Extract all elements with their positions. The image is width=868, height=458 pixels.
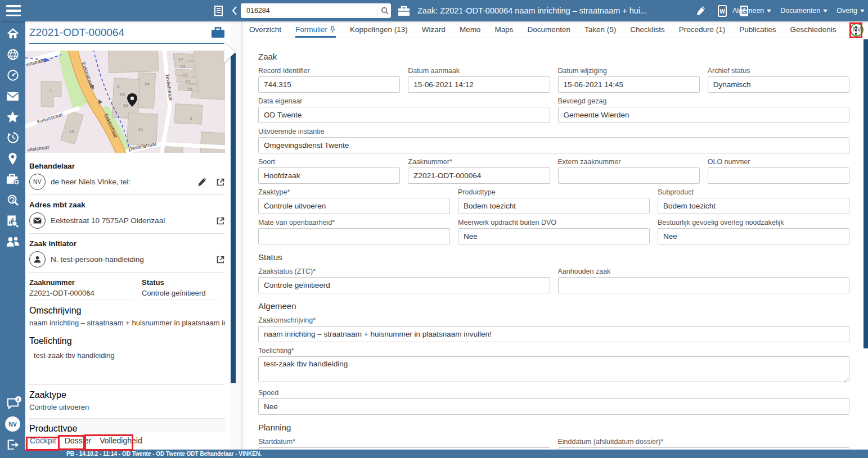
field-startdatum: Startdatum* [258, 438, 550, 450]
archief-status-input[interactable] [708, 76, 849, 93]
favorites-star-icon[interactable] [6, 110, 20, 124]
zaaktype-input[interactable] [258, 198, 450, 214]
panel-case-number: Z2021-ODT-000064 [29, 26, 124, 39]
menu-overig[interactable]: Overig [836, 7, 865, 15]
tab-koppelingen[interactable]: Koppelingen (13) [350, 21, 408, 38]
map-number: 8a [120, 92, 125, 97]
menu-label: Overig [836, 7, 857, 15]
tab-formulier[interactable]: Formulier [295, 21, 336, 38]
uitvoerende-instantie-input[interactable] [258, 137, 849, 153]
main-scrollbar[interactable] [863, 39, 868, 348]
left-icon-rail: 3 NV [0, 21, 25, 458]
location-pin-icon[interactable] [6, 152, 20, 165]
tab-label: Wizard [422, 25, 446, 34]
search-icon[interactable] [377, 5, 391, 16]
bevoegd-gezag-input[interactable] [558, 107, 850, 123]
tab-wizard[interactable]: Wizard [422, 21, 446, 38]
report-search-icon[interactable] [6, 214, 20, 228]
zaaktype-section: Zaaktype Controle uitvoeren [29, 385, 225, 419]
map-number: 1 [50, 88, 52, 93]
svg-text:W: W [719, 8, 725, 15]
chat-messages-icon[interactable]: 3 [6, 397, 20, 410]
aanhouden-zaak-input[interactable] [558, 277, 850, 293]
spoed-input[interactable] [258, 398, 849, 415]
menu-algemeen[interactable]: Algemeen [732, 7, 771, 15]
home-icon[interactable] [6, 27, 20, 40]
tab-label: Publicaties [739, 25, 776, 34]
map-number: 54 [145, 81, 150, 87]
datum-aanmaak-input[interactable] [408, 76, 550, 93]
field-bevoegd-gezag: Bevoegd gezag [558, 97, 850, 123]
record-identifier-input[interactable] [258, 76, 400, 93]
data-eigenaar-input[interactable] [258, 107, 550, 123]
panel-collapse-arrow-icon[interactable] [224, 42, 236, 63]
tab-documenten[interactable]: Documenten [527, 21, 570, 38]
mate-openbaarheid-input[interactable] [258, 228, 450, 244]
zaakstatus-input[interactable] [258, 277, 550, 293]
panel-tab-dossier[interactable]: Dossier [65, 436, 91, 445]
edit-pencil-icon[interactable] [693, 3, 708, 18]
tab-publicaties[interactable]: Publicaties [739, 21, 776, 38]
user-avatar[interactable]: NV [5, 416, 20, 432]
tab-label: Procedure (1) [679, 25, 726, 34]
back-chevron-icon[interactable] [227, 3, 242, 18]
soort-input[interactable] [258, 167, 400, 184]
tab-checklists[interactable]: Checklists [630, 21, 665, 38]
kebab-menu-button[interactable] [849, 22, 862, 38]
panel-scrollbar[interactable] [231, 53, 236, 383]
tab-procedure[interactable]: Procedure (1) [679, 21, 726, 38]
meerwerk-dvo-input[interactable] [458, 228, 650, 244]
word-document-icon[interactable]: W [715, 3, 730, 18]
history-clock-icon[interactable] [6, 131, 20, 144]
case-briefcase-icon[interactable] [211, 27, 225, 38]
users-icon[interactable] [6, 235, 20, 248]
zaaknummer-input[interactable] [408, 167, 550, 184]
initiator-label: Zaak initiator [29, 239, 225, 248]
zaakomschrijving-input[interactable] [258, 326, 849, 342]
case-list-icon[interactable] [212, 3, 226, 18]
tab-label: Memo [460, 25, 481, 34]
producttype-input[interactable] [458, 198, 650, 214]
olo-nummer-input[interactable] [708, 167, 849, 184]
edit-pencil-icon[interactable] [197, 177, 207, 187]
tab-memo[interactable]: Memo [460, 21, 481, 38]
panel-tab-cockpit[interactable]: Cockpit [30, 436, 56, 445]
globe-icon[interactable] [6, 48, 20, 61]
map-number: 25 [187, 87, 192, 92]
hamburger-menu-icon[interactable] [6, 5, 21, 16]
tab-geschiedenis[interactable]: Geschiedenis [790, 21, 836, 38]
menu-documenten[interactable]: Documenten [780, 7, 827, 15]
tab-label: Formulier [295, 25, 327, 34]
tab-maps[interactable]: Maps [494, 21, 513, 38]
datum-wijziging-input[interactable] [558, 76, 700, 93]
new-case-briefcase-icon[interactable] [6, 173, 20, 186]
zaaknummer-value: Z2021-ODT-000064 [29, 289, 134, 300]
subproduct-input[interactable] [658, 198, 849, 214]
bestuurlijk-gevoelig-input[interactable] [658, 228, 849, 244]
panel-footer-tabs: Cockpit Dossier Volledigheid [25, 432, 230, 450]
open-external-icon[interactable] [216, 178, 225, 187]
case-location-map[interactable]: Eektestraat Eektestraat Kelvinstraat vin… [25, 51, 225, 153]
zaaktype-label: Zaaktype [29, 390, 225, 400]
tab-overzicht[interactable]: Overzicht [249, 21, 281, 38]
zaaktype-value: Controle uitvoeren [29, 403, 225, 414]
open-external-icon[interactable] [216, 255, 225, 264]
panel-tab-volledigheid[interactable]: Volledigheid [100, 436, 142, 445]
chat-badge: 3 [15, 396, 21, 402]
omschrijving-section: Omschrijving naam inrichting – straatnaa… [29, 301, 225, 331]
mail-icon[interactable] [6, 89, 20, 103]
search-again-icon[interactable] [6, 193, 20, 207]
extern-zaaknummer-input[interactable] [558, 167, 700, 184]
open-external-icon[interactable] [216, 216, 225, 225]
tab-label: Checklists [630, 25, 665, 34]
field-aanhouden-zaak: Aanhouden zaak [558, 267, 850, 293]
tab-label: Documenten [527, 25, 570, 34]
map-number: 17 [178, 57, 183, 62]
search-input[interactable] [241, 7, 377, 15]
field-soort: Soort [258, 158, 400, 184]
omschrijving-label: Omschrijving [29, 306, 225, 316]
toelichting-textarea[interactable]: test-zaak tbv handleiding [258, 356, 849, 382]
field-subproduct: Subproduct [658, 188, 849, 214]
dashboard-gauge-icon[interactable] [6, 69, 20, 82]
tab-taken[interactable]: Taken (5) [584, 21, 616, 38]
